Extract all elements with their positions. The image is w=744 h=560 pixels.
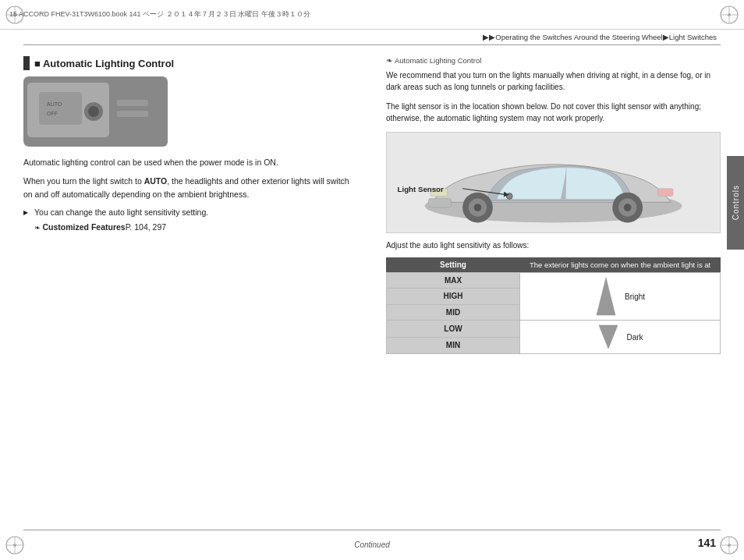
svg-rect-22 — [117, 111, 148, 117]
svg-text:AUTO: AUTO — [47, 101, 62, 107]
custom-features-link: ❧ Customized FeaturesP. 104, 297 — [23, 222, 358, 232]
svg-rect-21 — [117, 100, 148, 106]
para2-prefix: When you turn the light switch to — [23, 176, 144, 186]
svg-rect-18 — [39, 92, 82, 125]
note-label: Automatic Lighting Control — [395, 56, 481, 65]
controls-tab-label: Controls — [732, 185, 740, 220]
bright-label-cell: Bright — [520, 273, 721, 321]
main-content: ■ Automatic Lighting Control AUTO OFF Au… — [23, 48, 721, 527]
svg-text:Light Sensor: Light Sensor — [397, 185, 443, 193]
breadcrumb: ▶▶Operating the Switches Around the Stee… — [483, 33, 717, 41]
dark-label-cell: Dark — [520, 321, 721, 354]
note-indicator: Automatic Lighting Control — [386, 56, 721, 65]
setting-min: MIN — [386, 337, 519, 354]
page-number: 141 — [698, 537, 716, 549]
para2: When you turn the light switch to AUTO, … — [23, 175, 358, 200]
header-bar: 15 ACCORD FHEV-31T3W6100.book 141 ページ ２０… — [0, 0, 744, 30]
arrow-list-item: You can change the auto light sensitivit… — [23, 207, 358, 219]
file-info: 15 ACCORD FHEV-31T3W6100.book 141 ページ ２０… — [9, 9, 735, 19]
dark-label: Dark — [627, 333, 643, 342]
left-column: ■ Automatic Lighting Control AUTO OFF Au… — [23, 56, 358, 232]
svg-text:OFF: OFF — [47, 111, 58, 116]
customized-features-page: P. 104, 297 — [126, 222, 166, 232]
corner-decoration-bl — [4, 534, 26, 556]
bottom-divider — [23, 530, 721, 530]
note-text-2: The light sensor is in the location show… — [386, 101, 721, 124]
table-header-row: Setting The exterior lights come on when… — [386, 257, 720, 273]
col-setting-header: Setting — [386, 257, 519, 273]
heading-bar — [23, 56, 30, 70]
table-caption: Adjust the auto light sensitivity as fol… — [386, 239, 721, 251]
setting-low: LOW — [386, 321, 519, 338]
col-value-header: The exterior lights come on when the amb… — [520, 257, 721, 273]
svg-marker-39 — [597, 278, 615, 315]
setting-max: MAX — [386, 273, 519, 289]
svg-point-20 — [88, 106, 99, 117]
table-row-low: LOW Dark — [386, 321, 720, 338]
triangle-top-icon — [595, 276, 617, 317]
para1: Automatic lighting control can be used w… — [23, 156, 358, 168]
car-image: Light Sensor — [386, 132, 721, 233]
svg-point-29 — [474, 204, 482, 211]
top-divider — [23, 44, 721, 45]
triangle-bottom-icon — [597, 324, 619, 350]
table-row-max: MAX Bright — [386, 273, 720, 289]
svg-marker-40 — [599, 325, 618, 349]
para2-bold: AUTO — [144, 176, 168, 186]
setting-mid: MID — [386, 304, 519, 320]
corner-decoration-br — [718, 534, 740, 556]
table-body: MAX Bright HIGH MID — [386, 273, 720, 354]
svg-point-32 — [624, 204, 632, 211]
bright-label: Bright — [625, 292, 645, 301]
svg-rect-35 — [657, 189, 672, 197]
svg-point-15 — [728, 544, 731, 547]
device-image: AUTO OFF — [23, 76, 168, 147]
sensitivity-table: Setting The exterior lights come on when… — [386, 257, 721, 354]
customized-features-label: Customized Features — [43, 222, 126, 232]
section-heading: ■ Automatic Lighting Control — [23, 56, 358, 70]
svg-point-36 — [506, 193, 512, 200]
continued-text: Continued — [354, 541, 390, 549]
right-column: Automatic Lighting Control We recommend … — [386, 56, 721, 354]
customized-features-icon: ❧ — [34, 224, 43, 232]
controls-tab: Controls — [727, 156, 744, 250]
setting-high: HIGH — [386, 289, 519, 304]
svg-point-11 — [13, 544, 16, 547]
note-text-1: We recommend that you turn on the lights… — [386, 69, 721, 93]
section-title: ■ Automatic Lighting Control — [34, 58, 174, 69]
svg-rect-33 — [428, 198, 451, 207]
